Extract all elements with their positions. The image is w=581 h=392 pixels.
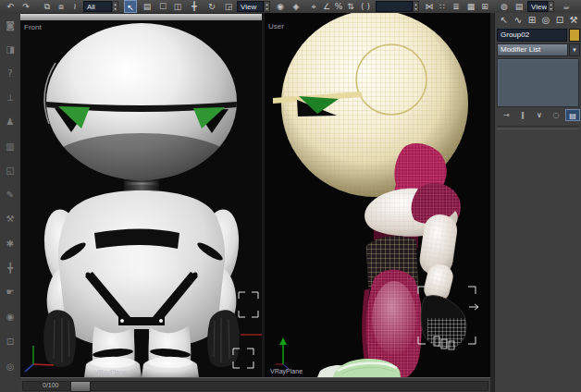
unlink-selection-icon[interactable]: ⧈ [55, 0, 68, 13]
time-slider-track[interactable] [22, 381, 488, 391]
sculpt-icon[interactable]: ♟ [2, 115, 19, 129]
percent-snap-icon[interactable]: % [332, 0, 345, 13]
spinner-snap-icon[interactable]: ⇅ [344, 0, 357, 13]
remove-modifier-button[interactable]: ◌ [549, 109, 563, 121]
camera-icon[interactable]: ◉ [2, 310, 19, 325]
show-end-result-button[interactable]: ∥ [515, 109, 530, 121]
box-icon[interactable]: ◱ [2, 164, 19, 178]
front-viewport-canvas [20, 20, 262, 377]
configure-modifier-sets-button[interactable]: ▤ [565, 109, 580, 121]
main-toolbar: ↶ ↷ ⧉ ⧈ ≀ All ▴▾ ↖ ▤ ☐ ◫ ╋ ↻ ◲ View ▴▾ ◉… [0, 0, 581, 14]
make-unique-button[interactable]: ∨ [532, 109, 547, 121]
named-selection-sets-spinner[interactable]: ▴▾ [413, 1, 419, 12]
render-setup-icon[interactable]: ▤ [513, 0, 525, 13]
reference-coordinate-spinner[interactable]: ▴▾ [264, 1, 270, 12]
tab-hierarchy[interactable]: ⊞ [525, 14, 538, 27]
render-view-spinner[interactable]: ▴▾ [548, 1, 554, 12]
viewport-front-label[interactable]: Front [24, 23, 42, 31]
monitor-icon[interactable]: ⊡ [2, 335, 19, 349]
mirror-tool-icon[interactable]: ◨ [2, 43, 19, 57]
time-slider-handle[interactable] [70, 381, 91, 392]
hand-icon[interactable]: ☛ [2, 285, 19, 300]
schematic-view-icon[interactable]: ⊞ [478, 0, 491, 13]
tab-modify[interactable]: ∿ [512, 14, 525, 27]
object-wirecolor-swatch[interactable] [569, 29, 580, 42]
keyboard-override-icon[interactable]: ( ) [357, 0, 374, 13]
select-object-icon[interactable]: ↖ [124, 0, 137, 13]
viewport-top-strip [20, 14, 262, 20]
time-slider-frame-label: 0/100 [43, 382, 59, 388]
reference-coordinate-dropdown[interactable]: View [237, 1, 264, 12]
select-and-rotate-icon[interactable]: ↻ [205, 0, 218, 13]
select-and-move-icon[interactable]: ╋ [188, 0, 201, 13]
window-crossing-icon[interactable]: ◫ [171, 0, 184, 13]
modifier-list-arrow[interactable]: ▼ [569, 43, 580, 56]
hammer-icon[interactable]: ⚒ [2, 212, 19, 227]
tab-display[interactable]: ⊡ [553, 14, 566, 27]
tab-create[interactable]: ↖ [498, 14, 511, 27]
material-editor-icon[interactable]: ◍ [498, 0, 511, 13]
sphere-icon[interactable]: ◎ [2, 360, 19, 374]
use-pivot-center-icon[interactable]: ◉ [274, 0, 287, 13]
command-panel: ↖ ∿ ⊞ ◎ ⊡ ⚒ Group02 Modifier List ▼ ⊸ ∥ … [494, 13, 581, 392]
select-by-name-icon[interactable]: ▤ [141, 0, 154, 13]
object-name-field[interactable]: Group02 [497, 29, 567, 42]
help-icon[interactable]: ? [2, 67, 19, 81]
undo-icon[interactable]: ↶ [4, 0, 17, 13]
bind-to-spacewarp-icon[interactable]: ≀ [68, 0, 81, 13]
select-and-link-icon[interactable]: ⧉ [41, 0, 54, 13]
curve-editor-icon[interactable]: ▦ [464, 0, 477, 13]
flower-icon[interactable]: ✱ [2, 237, 19, 251]
snap-toggle-icon[interactable]: ⌖ [307, 0, 320, 13]
3ds-max-window: ↶ ↷ ⧉ ⧈ ≀ All ▴▾ ↖ ▤ ☐ ◫ ╋ ↻ ◲ View ▴▾ ◉… [0, 0, 581, 392]
user-viewport-canvas [265, 13, 490, 377]
select-and-manipulate-icon[interactable]: ◈ [290, 0, 303, 13]
align-icon[interactable]: ∷ [436, 0, 449, 13]
pin-stack-button[interactable]: ⊸ [499, 109, 513, 121]
rectangular-selection-region-icon[interactable]: ☐ [156, 0, 169, 13]
render-view-dropdown[interactable]: View [527, 1, 548, 12]
layer-manager-icon[interactable]: ≣ [450, 0, 463, 13]
level-icon[interactable]: ⊥ [2, 91, 19, 105]
select-and-scale-icon[interactable]: ◲ [222, 0, 235, 13]
selection-filter-spinner[interactable]: ▴▾ [112, 1, 118, 12]
pen-icon[interactable]: ✎ [2, 188, 19, 202]
quick-render-icon[interactable]: ☕ [560, 0, 573, 13]
redo-icon[interactable]: ↷ [19, 0, 32, 13]
mirror-icon[interactable]: ⋈ [423, 0, 436, 13]
modifier-stack-list[interactable] [497, 58, 579, 107]
tab-motion[interactable]: ◎ [539, 14, 552, 27]
viewport-front[interactable]: Front VRayPlane [20, 20, 262, 377]
named-selection-sets-dropdown[interactable] [376, 1, 413, 12]
tab-utilities[interactable]: ⚒ [567, 14, 580, 27]
viewport-user[interactable]: User VRayPlane [265, 13, 490, 377]
angle-snap-icon[interactable]: ∠ [320, 0, 333, 13]
vrayplane-label-front: VRayPlane [94, 369, 127, 375]
lock-icon[interactable]: ◙ [2, 18, 19, 33]
panel-groove [497, 126, 579, 129]
time-slider-bar: 0/100 [20, 377, 490, 392]
vrayplane-label-user: VRayPlane [270, 368, 303, 374]
image-icon[interactable]: ▥ [2, 140, 19, 154]
modifier-list-dropdown[interactable]: Modifier List [497, 43, 568, 56]
selection-filter-dropdown[interactable]: All [83, 1, 112, 12]
robot-torso [58, 190, 225, 348]
move-tool-icon[interactable]: ╋ [2, 261, 19, 276]
side-toolbar: ◙ ◨ ? ⊥ ♟ ▥ ◱ ✎ ⚒ ✱ ╋ ☛ ◉ ⊡ ◎ [0, 13, 21, 392]
viewport-user-label[interactable]: User [268, 22, 284, 31]
